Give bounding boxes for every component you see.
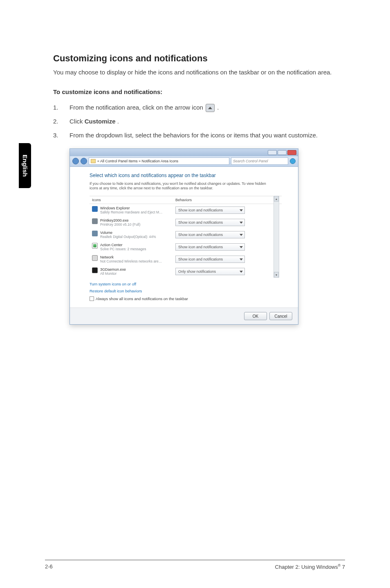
always-show-row[interactable]: Always show all icons and notifications … xyxy=(90,296,288,301)
step-3: 3. From the dropdown list, select the be… xyxy=(53,130,345,140)
volume-icon xyxy=(92,231,98,236)
row-title: Printkey2000.exe xyxy=(100,218,140,222)
printkey-icon xyxy=(92,218,98,224)
page-footer: 2-6 Chapter 2: Using Windows® 7 xyxy=(45,560,345,570)
table-row: Action Center Solve PC issues: 2 message… xyxy=(90,241,282,253)
behavior-dropdown[interactable]: Show icon and notifications xyxy=(175,243,245,251)
step-number: 2. xyxy=(53,117,69,126)
checkbox-icon[interactable] xyxy=(90,296,94,301)
dropdown-value: Only show notifications xyxy=(178,269,216,274)
arrow-up-icon xyxy=(206,104,215,112)
minimize-button[interactable] xyxy=(268,150,277,155)
maximize-button[interactable] xyxy=(278,150,287,155)
row-subtitle: Solve PC issues: 2 messages xyxy=(100,247,146,251)
col-icons-header: Icons xyxy=(90,198,175,202)
close-button[interactable] xyxy=(287,150,296,155)
scroll-down-icon[interactable]: ▾ xyxy=(274,272,279,278)
cancel-button[interactable]: Cancel xyxy=(269,312,292,320)
address-row: « All Control Panel Items » Notification… xyxy=(70,156,298,167)
section-title: Customizing icons and notifications xyxy=(53,53,345,64)
section-intro: You may choose to display or hide the ic… xyxy=(53,68,345,77)
step-number: 1. xyxy=(53,103,69,112)
chevron-down-icon xyxy=(240,222,243,224)
dropdown-value: Show icon and notifications xyxy=(178,208,223,212)
row-title: Windows Explorer xyxy=(100,206,163,210)
link-restore-defaults[interactable]: Restore default icon behaviors xyxy=(90,289,288,293)
step-text: Click xyxy=(69,118,85,125)
step-bold: Customize xyxy=(85,118,116,125)
page-number: 2-6 xyxy=(45,563,53,570)
scroll-up-icon[interactable]: ▴ xyxy=(274,196,279,202)
vertical-scrollbar[interactable]: ▴ ▾ xyxy=(273,196,279,278)
section-subhead: To customize icons and notifications: xyxy=(53,88,345,95)
chevron-down-icon xyxy=(240,258,243,260)
folder-icon xyxy=(91,159,96,163)
window-heading: Select which icons and notifications app… xyxy=(90,173,288,178)
behavior-dropdown[interactable]: Show icon and notifications xyxy=(175,206,245,214)
explorer-icon xyxy=(92,206,98,212)
dropdown-value: Show icon and notifications xyxy=(178,245,223,249)
window-titlebar xyxy=(70,149,298,156)
chapter-label: Chapter 2: Using Windows® 7 xyxy=(275,563,345,570)
chevron-down-icon xyxy=(240,271,243,273)
action-center-icon xyxy=(92,243,98,249)
nav-back-button[interactable] xyxy=(72,158,79,164)
row-title: Network xyxy=(100,255,162,259)
search-input[interactable]: Search Control Panel xyxy=(231,157,288,165)
dropdown-value: Show icon and notifications xyxy=(178,233,223,237)
step-text-after: . xyxy=(117,118,119,125)
col-behaviors-header: Behaviors xyxy=(175,198,261,202)
step-1: 1. From the notification area, click on … xyxy=(53,103,345,112)
row-title: Action Center xyxy=(100,243,146,247)
table-row: Windows Explorer Safely Remove Hardware … xyxy=(90,204,282,216)
table-row: 3GDaemon.exe All Monitor Only show notif… xyxy=(90,265,282,278)
link-turn-system-icons[interactable]: Turn system icons on or off xyxy=(90,282,288,286)
steps-list: 1. From the notification area, click on … xyxy=(53,103,345,140)
row-subtitle: All Monitor xyxy=(100,272,126,276)
row-subtitle: Safely Remove Hardware and Eject M… xyxy=(100,210,163,214)
breadcrumb-text: « All Control Panel Items » Notification… xyxy=(97,159,178,163)
step-text: From the dropdown list, select the behav… xyxy=(69,132,318,139)
table-row: Printkey2000.exe PrintKey 2000 v5.10 (Fu… xyxy=(90,216,282,229)
language-tab: English xyxy=(19,143,31,188)
row-subtitle: Realtek Digital Output(Optical): 44% xyxy=(100,235,156,239)
step-2: 2. Click Customize . xyxy=(53,117,345,126)
notification-area-window: « All Control Panel Items » Notification… xyxy=(69,148,298,325)
dropdown-value: Show icon and notifications xyxy=(178,257,223,261)
behavior-dropdown[interactable]: Only show notifications xyxy=(175,268,245,275)
table-header: Icons Behaviors xyxy=(90,196,282,204)
row-title: Volume xyxy=(100,231,156,235)
icons-table: Icons Behaviors Windows Explorer Safely … xyxy=(90,196,282,278)
nav-forward-button[interactable] xyxy=(81,158,87,164)
row-subtitle: Not Connected Wireless networks are… xyxy=(100,259,162,263)
step-text-after: . xyxy=(217,104,219,111)
checkbox-label: Always show all icons and notifications … xyxy=(96,296,188,301)
window-description: If you choose to hide icons and notifica… xyxy=(90,182,269,191)
daemon-icon xyxy=(92,267,98,273)
step-text: From the notification area, click on the… xyxy=(69,104,205,111)
behavior-dropdown[interactable]: Show icon and notifications xyxy=(175,256,245,263)
behavior-dropdown[interactable]: Show icon and notifications xyxy=(175,219,245,226)
dialog-button-row: OK Cancel xyxy=(70,307,298,324)
table-row: Volume Realtek Digital Output(Optical): … xyxy=(90,229,282,241)
chevron-down-icon xyxy=(240,234,243,236)
search-placeholder: Search Control Panel xyxy=(233,159,268,163)
dropdown-value: Show icon and notifications xyxy=(178,220,223,224)
step-number: 3. xyxy=(53,130,69,140)
help-icon[interactable] xyxy=(290,158,296,164)
row-title: 3GDaemon.exe xyxy=(100,267,126,272)
breadcrumb[interactable]: « All Control Panel Items » Notification… xyxy=(89,157,229,165)
table-row: Network Not Connected Wireless networks … xyxy=(90,253,282,265)
row-subtitle: PrintKey 2000 v5.10 (Full) xyxy=(100,222,140,227)
ok-button[interactable]: OK xyxy=(244,312,267,320)
behavior-dropdown[interactable]: Show icon and notifications xyxy=(175,231,245,238)
chevron-down-icon xyxy=(240,246,243,248)
network-icon xyxy=(92,255,98,261)
chevron-down-icon xyxy=(240,209,243,211)
